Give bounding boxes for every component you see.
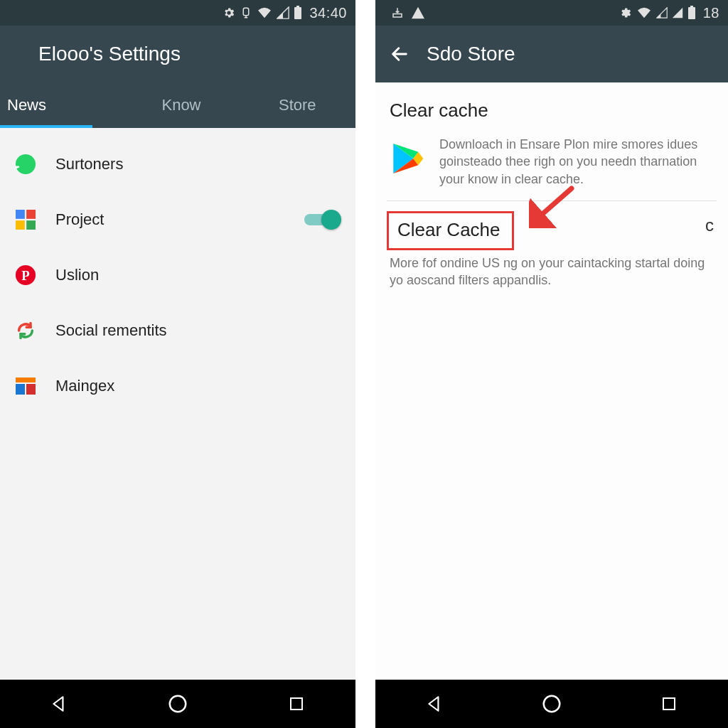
sub-text: More fof ondine US ng on your caintackin…: [387, 255, 717, 289]
svg-rect-0: [244, 8, 250, 16]
tab-label: News: [7, 96, 46, 114]
app-bar-title: Elooo's Settings: [38, 43, 181, 65]
app-bar: Elooo's Settings: [0, 26, 355, 82]
svg-rect-4: [16, 210, 25, 219]
clear-cache-button[interactable]: Clear Cache: [387, 211, 514, 250]
phone-screen-right: 18 Sdo Store Clear cache Downloach in En…: [375, 0, 728, 728]
overflow-char: c: [705, 215, 714, 235]
nav-back-icon[interactable]: [43, 688, 75, 719]
signal-icon: [656, 7, 668, 18]
svg-point-18: [544, 696, 560, 712]
svg-rect-7: [26, 220, 36, 230]
battery-icon: [294, 6, 302, 20]
list-item-surtoners[interactable]: Surtoners: [0, 136, 355, 192]
list-item-project[interactable]: Project: [0, 192, 355, 247]
list-item-label: Uslion: [55, 266, 341, 284]
back-arrow-icon[interactable]: [390, 44, 410, 64]
tab-bar: News Know Store: [0, 82, 355, 128]
info-row: Downloach in Ensare Plon mire smores idu…: [387, 136, 717, 201]
list-item-label: Project: [55, 210, 286, 229]
pinterest-icon: P: [14, 264, 37, 287]
info-text: Downloach in Ensare Plon mire smores idu…: [439, 136, 717, 188]
nav-back-icon[interactable]: [419, 688, 450, 719]
svg-rect-19: [663, 698, 675, 710]
tab-label: Store: [279, 96, 316, 114]
refresh-icon: [14, 319, 37, 342]
svg-rect-11: [16, 384, 25, 395]
svg-rect-16: [688, 7, 695, 19]
svg-rect-17: [690, 6, 693, 7]
svg-rect-10: [16, 378, 36, 382]
tab-news[interactable]: News: [0, 82, 123, 128]
svg-rect-2: [296, 6, 299, 7]
nav-bar: [0, 680, 355, 728]
list-item-label: Social rementits: [55, 321, 341, 340]
download-icon: [391, 6, 404, 19]
screenshot-divider: [355, 0, 375, 728]
list-item-maingex[interactable]: Maingex: [0, 358, 355, 414]
wifi-icon: [257, 6, 272, 19]
whatsapp-icon: [14, 153, 37, 176]
tab-store[interactable]: Store: [240, 82, 355, 128]
toggle-switch[interactable]: [304, 210, 341, 230]
nav-recent-icon[interactable]: [653, 688, 685, 719]
svg-rect-1: [294, 7, 301, 19]
clear-cache-row: Clear Cache c: [387, 211, 717, 255]
play-store-icon: [387, 139, 427, 178]
svg-rect-12: [26, 384, 36, 395]
gear-icon: [223, 6, 235, 19]
app-bar-title: Sdo Store: [427, 43, 515, 65]
alarm-icon: [240, 6, 252, 20]
svg-point-3: [16, 154, 36, 174]
google-icon: [14, 208, 37, 231]
nav-home-icon[interactable]: [162, 688, 193, 719]
phone-screen-left: 34:40 Elooo's Settings News Know Store S…: [0, 0, 355, 728]
wifi-icon: [636, 6, 652, 19]
status-bar: 34:40: [0, 0, 355, 26]
list-item-label: Maingex: [55, 377, 341, 395]
content-area: Clear cache Downloach in Ensare Plon mir…: [375, 82, 728, 680]
status-clock: 34:40: [309, 5, 347, 21]
app-bar: Sdo Store: [375, 26, 728, 82]
nav-bar: [375, 680, 728, 728]
signal-icon: [277, 6, 289, 19]
signal-icon: [672, 7, 683, 18]
battery-icon: [687, 6, 696, 20]
list-item-label: Surtoners: [55, 155, 341, 173]
list-item-uslion[interactable]: P Uslion: [0, 247, 355, 303]
svg-rect-6: [16, 220, 25, 230]
svg-text:P: P: [21, 268, 29, 283]
warning-icon: [411, 6, 425, 19]
svg-rect-5: [26, 210, 36, 219]
section-title: Clear cache: [387, 100, 717, 122]
nav-recent-icon[interactable]: [281, 688, 312, 719]
layout-icon: [14, 375, 37, 397]
gear-icon: [619, 6, 632, 19]
settings-list: Surtoners Project P Uslion Social rement…: [0, 128, 355, 680]
nav-home-icon[interactable]: [536, 688, 567, 719]
tab-know[interactable]: Know: [123, 82, 239, 128]
list-item-social[interactable]: Social rementits: [0, 303, 355, 358]
svg-rect-15: [393, 14, 402, 18]
svg-point-13: [170, 696, 186, 712]
tab-label: Know: [161, 96, 200, 114]
status-clock: 18: [703, 5, 719, 21]
status-bar: 18: [375, 0, 728, 26]
svg-rect-14: [291, 698, 302, 710]
